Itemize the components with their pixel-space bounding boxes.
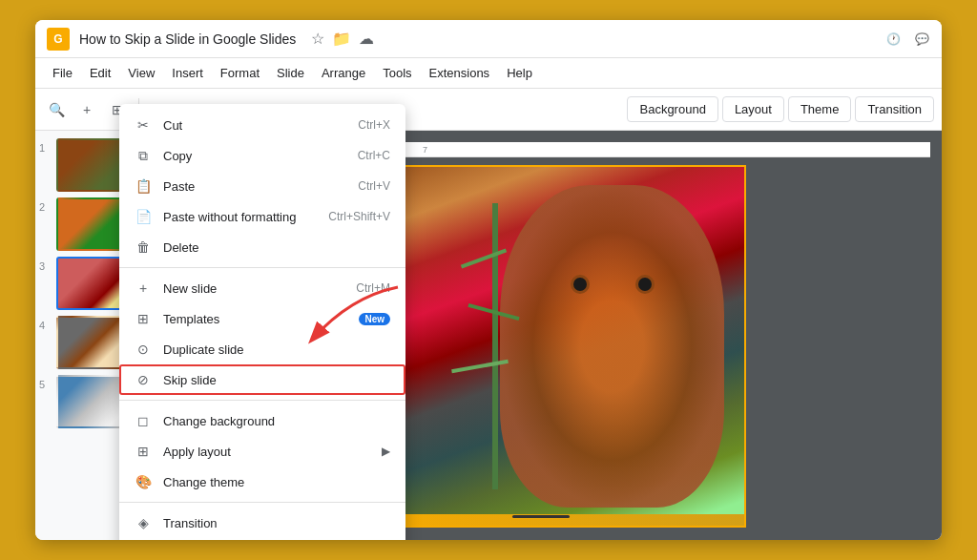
layout-button[interactable]: Layout: [722, 96, 784, 122]
change-theme-icon: 🎨: [135, 473, 152, 490]
menu-format[interactable]: Format: [213, 62, 267, 84]
ctx-paste-no-format[interactable]: 📄 Paste without formatting Ctrl+Shift+V: [119, 201, 405, 232]
menu-insert[interactable]: Insert: [164, 62, 211, 84]
ctx-divider-2: [119, 400, 405, 401]
bamboo-stem: [492, 203, 498, 490]
ctx-copy-label: Copy: [163, 149, 346, 163]
menu-help[interactable]: Help: [499, 62, 540, 84]
skip-slide-icon: ⊘: [135, 371, 152, 388]
slide-num-3: 3: [39, 257, 52, 272]
ctx-paste-shortcut: Ctrl+V: [358, 179, 390, 193]
ctx-templates-badge: New: [359, 313, 390, 325]
ctx-change-bg[interactable]: ◻ Change background: [119, 405, 405, 436]
paste-no-format-icon: 📄: [135, 208, 152, 225]
ctx-apply-layout-label: Apply layout: [163, 445, 370, 459]
ctx-skip-slide[interactable]: ⊘ Skip slide: [119, 364, 405, 395]
cloud-icon[interactable]: ☁: [359, 30, 374, 48]
menu-extensions[interactable]: Extensions: [422, 62, 498, 84]
ctx-cut[interactable]: ✂ Cut Ctrl+X: [119, 110, 405, 140]
ctx-copy-shortcut: Ctrl+C: [358, 149, 390, 162]
menu-edit[interactable]: Edit: [82, 62, 118, 84]
apply-layout-arrow-icon: ▶: [382, 445, 390, 458]
title-icons: ☆ 📁 ☁: [311, 30, 374, 48]
ctx-cut-shortcut: Ctrl+X: [358, 118, 390, 132]
transition-icon: ◈: [135, 514, 152, 531]
context-menu: ✂ Cut Ctrl+X ⧉ Copy Ctrl+C 📋 Paste Ctrl+…: [119, 104, 405, 540]
ctx-change-bg-label: Change background: [163, 414, 390, 428]
ctx-divider-1: [119, 267, 405, 268]
menu-slide[interactable]: Slide: [269, 62, 312, 84]
ctx-new-slide-label: New slide: [163, 281, 344, 296]
comment-button[interactable]: 💬: [913, 31, 930, 48]
slide-num-1: 1: [39, 138, 52, 154]
ctx-divider-3: [119, 502, 405, 503]
ctx-templates[interactable]: ⊞ Templates New: [119, 303, 405, 334]
apply-layout-icon: ⊞: [135, 443, 152, 460]
menu-tools[interactable]: Tools: [375, 62, 419, 84]
ctx-apply-layout[interactable]: ⊞ Apply layout ▶: [119, 436, 405, 467]
ctx-paste-no-format-label: Paste without formatting: [163, 210, 317, 224]
menu-bar: File Edit View Insert Format Slide Arran…: [35, 58, 942, 89]
background-button[interactable]: Background: [627, 96, 717, 122]
ctx-delete-label: Delete: [163, 240, 390, 255]
ctx-change-theme[interactable]: 🎨 Change theme: [119, 467, 405, 497]
ctx-duplicate[interactable]: ⊙ Duplicate slide: [119, 334, 405, 364]
menu-arrange[interactable]: Arrange: [314, 62, 373, 84]
window-title: How to Skip a Slide in Google Slides: [79, 31, 296, 47]
title-bar: G How to Skip a Slide in Google Slides ☆…: [35, 20, 942, 58]
ctx-change-theme-label: Change theme: [163, 475, 390, 489]
ctx-paste[interactable]: 📋 Paste Ctrl+V: [119, 171, 405, 201]
change-bg-icon: ◻: [135, 412, 152, 429]
ctx-paste-label: Paste: [163, 179, 346, 194]
panda-eye-left: [635, 275, 655, 294]
app-icon: G: [47, 28, 70, 51]
ctx-transition[interactable]: ◈ Transition: [119, 508, 405, 538]
copy-icon: ⧉: [135, 147, 152, 164]
panda-eye-right: [571, 275, 590, 294]
slide-num-4: 4: [39, 316, 52, 331]
ctx-duplicate-label: Duplicate slide: [163, 342, 390, 357]
menu-file[interactable]: File: [45, 62, 80, 84]
zoom-in-button[interactable]: +: [73, 96, 100, 123]
ctx-skip-slide-label: Skip slide: [163, 373, 390, 387]
panda-body: [500, 185, 723, 508]
transition-button[interactable]: Transition: [855, 96, 934, 122]
ctx-paste-no-format-shortcut: Ctrl+Shift+V: [328, 210, 390, 223]
theme-button[interactable]: Theme: [788, 96, 851, 122]
toolbar-right: Background Layout Theme Transition: [627, 96, 934, 122]
slide-num-2: 2: [39, 197, 52, 213]
folder-icon[interactable]: 📁: [332, 30, 351, 48]
history-button[interactable]: 🕐: [884, 31, 902, 48]
ctx-cut-label: Cut: [163, 118, 346, 133]
ctx-delete[interactable]: 🗑 Delete: [119, 232, 405, 262]
ctx-templates-label: Templates: [163, 312, 347, 326]
ctx-new-slide[interactable]: + New slide Ctrl+M: [119, 273, 405, 303]
app-window: G How to Skip a Slide in Google Slides ☆…: [35, 20, 942, 540]
slide-num-5: 5: [39, 375, 52, 390]
delete-icon: 🗑: [135, 239, 152, 256]
ctx-copy[interactable]: ⧉ Copy Ctrl+C: [119, 140, 405, 171]
templates-icon: ⊞: [135, 310, 152, 327]
paste-icon: 📋: [135, 177, 152, 195]
menu-view[interactable]: View: [120, 62, 162, 84]
star-icon[interactable]: ☆: [311, 30, 324, 48]
ctx-transition-label: Transition: [163, 516, 390, 530]
cut-icon: ✂: [135, 116, 152, 134]
ctx-new-slide-shortcut: Ctrl+M: [356, 281, 390, 295]
new-slide-icon: +: [135, 280, 152, 297]
slide-progress-bar: [512, 515, 570, 518]
duplicate-icon: ⊙: [135, 341, 152, 358]
search-button[interactable]: 🔍: [43, 96, 70, 123]
window-controls: 🕐 💬: [884, 31, 930, 48]
